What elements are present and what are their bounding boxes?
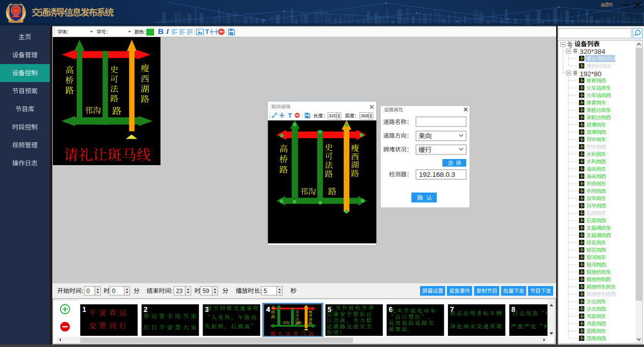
svg-text:5: 5 — [264, 288, 267, 295]
svg-text:320*384: 320*384 — [580, 48, 606, 55]
svg-text:8: 8 — [511, 305, 516, 313]
svg-text:3: 3 — [205, 305, 209, 313]
svg-text:I: I — [167, 27, 169, 36]
svg-text:320: 320 — [329, 113, 337, 118]
svg-text:adm: adm — [601, 1, 613, 8]
svg-text:T: T — [205, 28, 210, 36]
svg-text:1: 1 — [82, 305, 86, 313]
svg-text:192.168.0.3: 192.168.0.3 — [419, 171, 455, 178]
svg-text:T: T — [288, 112, 292, 119]
svg-text:368: 368 — [361, 113, 369, 118]
svg-text:7: 7 — [450, 305, 454, 313]
svg-text:2: 2 — [144, 305, 148, 313]
svg-text:23: 23 — [176, 288, 183, 295]
svg-text:4: 4 — [266, 305, 270, 313]
svg-text:0: 0 — [86, 288, 90, 295]
svg-text:0: 0 — [112, 288, 116, 295]
svg-text:59: 59 — [203, 288, 210, 295]
svg-text:B: B — [158, 27, 164, 36]
svg-text:192*80: 192*80 — [580, 70, 602, 78]
